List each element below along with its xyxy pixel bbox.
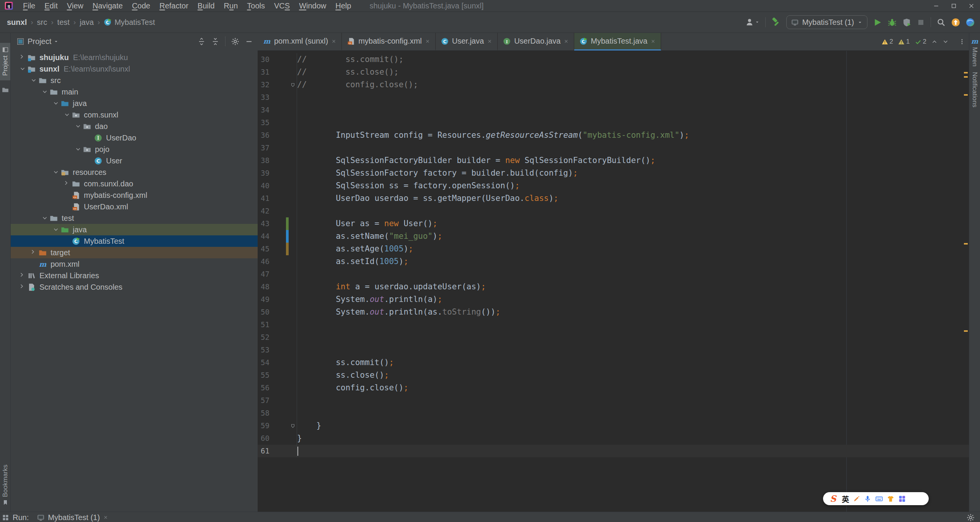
tree-item-java[interactable]: java [11, 98, 258, 109]
breadcrumb-item-java[interactable]: java [80, 18, 94, 27]
search-everywhere-button[interactable] [937, 18, 946, 27]
tree-item-mybatistest[interactable]: CMybatisTest [11, 235, 258, 247]
tree-item-com-sunxl[interactable]: com.sunxl [11, 109, 258, 121]
tool-window-switcher-icon[interactable] [2, 514, 9, 521]
tab-mybatistest-java[interactable]: CMybatisTest.java [574, 33, 661, 51]
tree-item-user[interactable]: CUser [11, 155, 258, 166]
code-line-44[interactable]: 44 as.setName("mei_guo"); [258, 230, 969, 243]
stop-button[interactable] [917, 18, 925, 26]
breadcrumb-item-sunxl[interactable]: sunxl [7, 18, 27, 27]
chevron-down-icon[interactable] [40, 89, 50, 95]
code-line-41[interactable]: 41 UserDao userdao = ss.getMapper(UserDa… [258, 192, 969, 205]
code-line-32[interactable]: 32// config.close(); [258, 78, 969, 91]
tree-item-pom-xml[interactable]: mpom.xml [11, 258, 258, 270]
close-icon[interactable] [103, 515, 108, 520]
user-menu-button[interactable] [745, 18, 760, 26]
breadcrumb-item-src[interactable]: src [37, 18, 47, 27]
chevron-down-icon[interactable] [40, 215, 50, 221]
tree-item-target[interactable]: target [11, 247, 258, 258]
code-line-33[interactable]: 33 [258, 91, 969, 104]
tool-window-tab-project[interactable]: Project [0, 43, 10, 80]
tree-item-main[interactable]: main [11, 86, 258, 98]
tree-item-resources[interactable]: resources [11, 166, 258, 178]
ime-language-indicator[interactable]: 英 [842, 494, 849, 504]
code-line-40[interactable]: 40 SqlSession ss = factory.openSession()… [258, 179, 969, 192]
chevron-right-icon[interactable] [18, 272, 28, 279]
close-icon[interactable] [487, 39, 492, 44]
fold-marker-icon[interactable] [289, 82, 297, 88]
menu-item-vcs[interactable]: VCS [270, 0, 294, 11]
coverage-button[interactable] [902, 18, 911, 27]
chevron-down-icon[interactable] [29, 77, 39, 83]
menu-item-window[interactable]: Window [294, 0, 331, 11]
code-with-me-button[interactable] [966, 18, 975, 27]
close-icon[interactable] [425, 39, 430, 44]
tree-item-java[interactable]: java [11, 224, 258, 235]
code-line-42[interactable]: 42 [258, 205, 969, 217]
minimize-button[interactable] [927, 0, 945, 11]
code-line-48[interactable]: 48 int a = userdao.updateUser(as); [258, 281, 969, 293]
code-line-61[interactable]: 61 [258, 445, 969, 457]
next-highlight-icon[interactable] [942, 39, 949, 45]
debug-button[interactable] [888, 18, 897, 27]
tree-item-userdao-xml[interactable]: <>UserDao.xml [11, 201, 258, 212]
tree-item-src[interactable]: src [11, 75, 258, 86]
pen-icon[interactable] [853, 496, 860, 502]
tab-pom-xml-sunxl[interactable]: mpom.xml (sunxl) [258, 33, 342, 51]
menu-item-tools[interactable]: Tools [242, 0, 270, 11]
error-stripe-mark[interactable] [964, 94, 968, 96]
tree-item-mybatis-config-xml[interactable]: <>mybatis-config.xml [11, 189, 258, 201]
build-hammer-button[interactable] [771, 18, 781, 27]
maximize-button[interactable] [945, 0, 962, 11]
keyboard-icon[interactable] [875, 495, 883, 502]
code-line-59[interactable]: 59 } [258, 419, 969, 432]
code-line-55[interactable]: 55 ss.close(); [258, 369, 969, 382]
chevron-down-icon[interactable] [51, 100, 61, 106]
gear-icon[interactable] [967, 514, 975, 522]
expand-all-icon[interactable] [198, 38, 206, 46]
error-stripe-mark[interactable] [964, 243, 968, 245]
gear-icon[interactable] [231, 38, 239, 46]
code-line-60[interactable]: 60} [258, 432, 969, 445]
menu-item-view[interactable]: View [62, 0, 88, 11]
mic-icon[interactable] [864, 495, 871, 502]
hide-panel-icon[interactable] [245, 38, 253, 46]
tree-item-com-sunxl-dao[interactable]: com.sunxl.dao [11, 178, 258, 189]
chevron-down-icon[interactable] [62, 112, 72, 118]
error-stripe-mark[interactable] [964, 330, 968, 332]
code-line-36[interactable]: 36 InputStream config = Resources.getRes… [258, 129, 969, 142]
code-line-47[interactable]: 47 [258, 268, 969, 281]
chevron-down-icon[interactable] [51, 169, 61, 175]
code-line-50[interactable]: 50 System.out.println(as.toString()); [258, 306, 969, 318]
code-line-37[interactable]: 37 [258, 142, 969, 154]
tree-item-dao[interactable]: dao [11, 121, 258, 132]
tree-item-external-libraries[interactable]: External Libraries [11, 270, 258, 281]
code-line-35[interactable]: 35 [258, 116, 969, 129]
code-line-52[interactable]: 52 [258, 331, 969, 344]
mini-grid-icon[interactable] [898, 495, 906, 502]
menu-item-refactor[interactable]: Refactor [155, 0, 193, 11]
code-line-34[interactable]: 34 [258, 104, 969, 116]
editor-viewport[interactable]: 30// ss.commit();31// ss.close();32// co… [258, 51, 969, 512]
code-line-31[interactable]: 31// ss.close(); [258, 66, 969, 78]
code-line-46[interactable]: 46 as.setId(1005); [258, 255, 969, 268]
menu-item-code[interactable]: Code [127, 0, 155, 11]
tree-item-shujuku[interactable]: shujukuE:\learn\shujuku [11, 52, 258, 63]
previous-highlight-icon[interactable] [931, 39, 938, 45]
sogou-logo-icon[interactable]: S [828, 494, 838, 503]
close-button[interactable] [962, 0, 980, 11]
chevron-right-icon[interactable] [18, 54, 28, 60]
warnings-indicator[interactable]: 2 [882, 38, 893, 46]
tab-user-java[interactable]: CUser.java [436, 33, 498, 51]
chevron-right-icon[interactable] [29, 250, 39, 256]
menu-item-run[interactable]: Run [219, 0, 243, 11]
code-line-49[interactable]: 49 System.out.println(a); [258, 293, 969, 306]
code-line-56[interactable]: 56 config.close(); [258, 382, 969, 394]
tab-options-icon[interactable] [959, 39, 965, 45]
tool-window-tab-maven[interactable]: m Maven [971, 38, 978, 67]
code-line-39[interactable]: 39 SqlSessionFactory factory = builder.b… [258, 167, 969, 179]
code-line-45[interactable]: 45 as.setAge(1005); [258, 243, 969, 255]
passed-indicator[interactable]: 2 [915, 38, 926, 46]
error-stripe-mark[interactable] [964, 72, 968, 73]
menu-item-build[interactable]: Build [193, 0, 219, 11]
